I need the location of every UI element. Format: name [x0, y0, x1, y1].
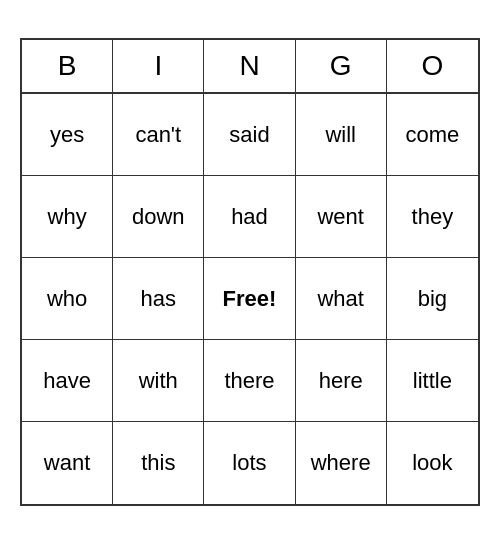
bingo-cell-21[interactable]: this — [113, 422, 204, 504]
bingo-cell-10[interactable]: who — [22, 258, 113, 340]
bingo-cell-7[interactable]: had — [204, 176, 295, 258]
header-i: I — [113, 40, 204, 92]
bingo-cell-11[interactable]: has — [113, 258, 204, 340]
bingo-cell-16[interactable]: with — [113, 340, 204, 422]
header-n: N — [204, 40, 295, 92]
bingo-grid: yescan'tsaidwillcomewhydownhadwenttheywh… — [22, 94, 478, 504]
bingo-cell-0[interactable]: yes — [22, 94, 113, 176]
bingo-cell-24[interactable]: look — [387, 422, 478, 504]
bingo-cell-1[interactable]: can't — [113, 94, 204, 176]
bingo-cell-17[interactable]: there — [204, 340, 295, 422]
bingo-cell-19[interactable]: little — [387, 340, 478, 422]
bingo-cell-23[interactable]: where — [296, 422, 387, 504]
bingo-cell-13[interactable]: what — [296, 258, 387, 340]
bingo-cell-20[interactable]: want — [22, 422, 113, 504]
bingo-cell-6[interactable]: down — [113, 176, 204, 258]
bingo-card: B I N G O yescan'tsaidwillcomewhydownhad… — [20, 38, 480, 506]
bingo-cell-9[interactable]: they — [387, 176, 478, 258]
bingo-cell-22[interactable]: lots — [204, 422, 295, 504]
bingo-cell-8[interactable]: went — [296, 176, 387, 258]
bingo-cell-4[interactable]: come — [387, 94, 478, 176]
header-g: G — [296, 40, 387, 92]
bingo-cell-14[interactable]: big — [387, 258, 478, 340]
bingo-cell-2[interactable]: said — [204, 94, 295, 176]
header-b: B — [22, 40, 113, 92]
bingo-cell-5[interactable]: why — [22, 176, 113, 258]
header-o: O — [387, 40, 478, 92]
bingo-cell-15[interactable]: have — [22, 340, 113, 422]
bingo-cell-3[interactable]: will — [296, 94, 387, 176]
bingo-cell-18[interactable]: here — [296, 340, 387, 422]
bingo-header: B I N G O — [22, 40, 478, 94]
bingo-cell-12[interactable]: Free! — [204, 258, 295, 340]
